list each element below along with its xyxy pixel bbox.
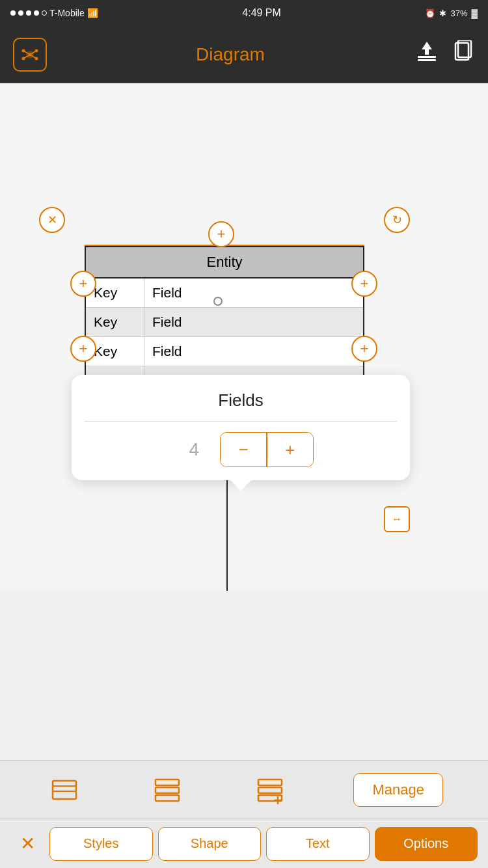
tab-styles[interactable]: Styles <box>49 827 153 861</box>
key-indicator <box>213 297 223 306</box>
nav-actions <box>414 38 475 71</box>
carrier-info: T-Mobile 📶 <box>10 8 98 18</box>
layout-icon-1-button[interactable] <box>45 770 84 809</box>
copy-icon <box>453 40 472 64</box>
bottom-toolbar: Manage <box>0 760 488 819</box>
tab-bar: ✕ Styles Shape Text Options <box>0 819 488 868</box>
popup-title: Fields <box>85 390 397 411</box>
popup-controls: 4 − + <box>85 432 397 467</box>
table-icon <box>50 776 79 804</box>
svg-rect-10 <box>418 56 436 58</box>
nav-bar: Diagram <box>0 26 488 83</box>
entity-header: Entity <box>86 247 363 278</box>
share-icon <box>20 44 40 65</box>
popup-arrow <box>230 480 251 491</box>
tab-text[interactable]: Text <box>266 827 370 861</box>
add-right-bottom-button[interactable]: + <box>351 336 377 362</box>
field-stepper: − + <box>220 432 314 467</box>
rotate-button[interactable]: ↻ <box>384 207 410 233</box>
signal-dot-5 <box>42 10 47 16</box>
signal-dot-4 <box>34 10 39 16</box>
svg-marker-12 <box>422 42 432 55</box>
add-left-top-button[interactable]: + <box>70 271 96 297</box>
table-row: Key Field <box>86 278 363 308</box>
status-time: 4:49 PM <box>242 7 281 19</box>
close-tab-button[interactable]: ✕ <box>10 827 44 861</box>
popup-divider <box>85 421 397 422</box>
add-left-bottom-button[interactable]: + <box>70 336 96 362</box>
share-diagram-button[interactable] <box>13 38 47 72</box>
battery-text: 37% <box>450 8 467 18</box>
carrier-name: T-Mobile <box>49 8 85 18</box>
svg-rect-11 <box>418 59 436 61</box>
tab-shape[interactable]: Shape <box>158 827 262 861</box>
manage-button[interactable]: Manage <box>353 773 443 807</box>
key-cell: Key <box>86 308 144 336</box>
entity-table[interactable]: Entity Key Field Key Field Key Field Key… <box>85 246 364 396</box>
svg-rect-22 <box>258 787 282 793</box>
svg-rect-15 <box>53 781 76 799</box>
layout-icon-2-button[interactable] <box>148 770 187 809</box>
increment-fields-button[interactable]: + <box>267 433 313 467</box>
delete-button[interactable]: ✕ <box>39 207 65 233</box>
svg-rect-18 <box>156 780 179 785</box>
tab-options[interactable]: Options <box>375 827 478 861</box>
svg-rect-20 <box>156 795 179 801</box>
page-title: Diagram <box>196 44 265 65</box>
upload-icon <box>416 40 437 64</box>
signal-dot-3 <box>26 10 31 16</box>
rows-icon <box>153 776 182 804</box>
field-cell: Field <box>144 337 363 366</box>
alarm-icon: ⏰ <box>425 8 435 18</box>
upload-button[interactable] <box>414 38 440 71</box>
entity-wrapper: Entity Key Field Key Field Key Field Key… <box>72 226 377 396</box>
svg-rect-21 <box>258 780 282 785</box>
wifi-icon: 📶 <box>87 8 98 18</box>
rows-add-icon <box>256 776 284 804</box>
entity-title: Entity <box>206 254 242 270</box>
signal-dot-1 <box>10 10 16 16</box>
diagram-canvas[interactable]: Entity Key Field Key Field Key Field Key… <box>0 83 488 591</box>
status-icons: ⏰ ✱ 37% ▓ <box>425 8 478 18</box>
field-cell: Field <box>144 308 363 336</box>
decrement-fields-button[interactable]: − <box>221 433 266 467</box>
bluetooth-icon: ✱ <box>439 8 446 18</box>
add-top-button[interactable]: + <box>208 221 234 247</box>
add-right-top-button[interactable]: + <box>351 271 377 297</box>
field-count-value: 4 <box>168 439 220 460</box>
status-bar: T-Mobile 📶 4:49 PM ⏰ ✱ 37% ▓ <box>0 0 488 26</box>
svg-rect-19 <box>156 787 179 793</box>
battery-icon: ▓ <box>472 8 478 18</box>
fields-popup: Fields 4 − + <box>72 375 410 480</box>
layout-icon-3-button[interactable] <box>251 770 290 809</box>
copy-button[interactable] <box>450 38 475 71</box>
table-row: Key Field <box>86 337 363 366</box>
signal-dot-2 <box>18 10 23 16</box>
table-row: Key Field <box>86 308 363 337</box>
field-cell: Field <box>144 278 363 307</box>
resize-handle[interactable]: ↔ <box>384 506 410 532</box>
